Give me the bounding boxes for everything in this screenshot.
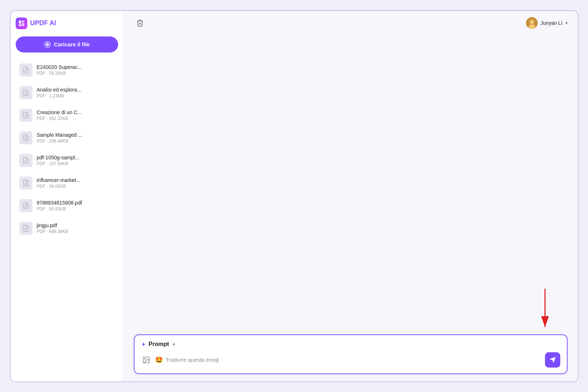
prompt-row: ✦ Prompt ▾ — [141, 341, 560, 348]
file-info: Creazione di un C... PDF · 162.32KB — [37, 109, 82, 121]
file-info: E240020 Superac... PDF · 58.28KB — [37, 64, 82, 76]
file-icon — [19, 131, 32, 144]
file-icon — [19, 154, 32, 167]
input-suggestion[interactable]: 🤩 Tradurre questa emoji — [155, 356, 541, 364]
file-name: 9788834815908.pdf — [37, 200, 82, 206]
sparkle-icon: ✦ — [141, 341, 146, 348]
svg-point-34 — [144, 358, 145, 359]
file-info: influencer-market... PDF · 36.05KB — [37, 177, 81, 189]
file-info: pdf-1050g-sampl... PDF · 157.99KB — [37, 155, 79, 166]
prompt-label: Prompt — [149, 341, 169, 348]
svg-rect-2 — [22, 23, 24, 26]
file-name: pdf-1050g-sampl... — [37, 155, 79, 160]
file-meta: PDF · 157.99KB — [37, 161, 79, 166]
file-icon — [19, 199, 32, 212]
svg-point-30 — [529, 24, 535, 29]
file-item[interactable]: E240020 Superac... PDF · 58.28KB — [16, 59, 118, 81]
suggestion-text: Tradurre questa emoji — [166, 357, 219, 363]
file-name: E240020 Superac... — [37, 64, 82, 70]
file-item[interactable]: pdf-1050g-sampl... PDF · 157.99KB — [16, 150, 118, 171]
svg-rect-0 — [19, 20, 21, 23]
file-list: E240020 Superac... PDF · 58.28KB Analisi… — [16, 59, 118, 239]
file-meta: PDF · 688.38KB — [37, 229, 69, 234]
main-header: Junyan Li ▾ — [124, 11, 578, 35]
file-item[interactable]: jingju.pdf PDF · 688.38KB — [16, 217, 118, 239]
file-meta: PDF · 36.05KB — [37, 184, 81, 189]
sidebar: UPDF AI + Caricare il file E240020 Super… — [11, 11, 124, 381]
file-meta: PDF · 60.93KB — [37, 206, 82, 211]
file-icon — [19, 86, 32, 99]
user-name: Junyan Li — [541, 20, 562, 26]
file-icon — [19, 63, 32, 77]
file-icon — [19, 109, 32, 122]
file-name: Analisi ed esplora... — [37, 87, 81, 93]
user-menu[interactable]: Junyan Li ▾ — [526, 17, 568, 29]
file-name: Creazione di un C... — [37, 109, 82, 115]
file-item[interactable]: 9788834815908.pdf PDF · 60.93KB — [16, 195, 118, 217]
image-attach-button[interactable] — [141, 355, 151, 365]
emoji-icon: 🤩 — [155, 356, 163, 364]
svg-rect-1 — [22, 20, 24, 22]
file-meta: PDF · 58.28KB — [37, 71, 82, 76]
file-item[interactable]: influencer-market... PDF · 36.05KB — [16, 172, 118, 194]
send-button[interactable] — [545, 352, 560, 368]
file-icon — [19, 222, 32, 235]
input-area: ✦ Prompt ▾ 🤩 Tradurre questa emoj — [134, 334, 568, 374]
file-info: Sample Managed ... PDF · 206.48KB — [37, 132, 82, 144]
app-logo: UPDF AI — [16, 18, 118, 29]
file-name: influencer-market... — [37, 177, 81, 183]
file-item[interactable]: Creazione di un C... PDF · 162.32KB — [16, 104, 118, 126]
input-row: 🤩 Tradurre questa emoji — [141, 352, 560, 368]
file-info: 9788834815908.pdf PDF · 60.93KB — [37, 200, 82, 211]
file-meta: PDF · 162.32KB — [37, 116, 82, 121]
file-item[interactable]: Sample Managed ... PDF · 206.48KB — [16, 127, 118, 149]
upload-button-label: Caricare il file — [54, 41, 90, 47]
avatar — [526, 17, 538, 29]
logo-icon — [16, 18, 27, 29]
svg-point-29 — [530, 20, 534, 24]
svg-rect-3 — [19, 24, 21, 26]
file-meta: PDF · 206.48KB — [37, 139, 82, 144]
prompt-dropdown-icon[interactable]: ▾ — [173, 342, 175, 347]
file-icon — [19, 176, 32, 190]
chevron-down-icon: ▾ — [565, 20, 568, 26]
file-name: Sample Managed ... — [37, 132, 82, 138]
annotation-arrow — [534, 289, 556, 334]
file-item[interactable]: Analisi ed esplora... PDF · 1.23MB — [16, 82, 118, 104]
main-area: Junyan Li ▾ ✦ Prompt — [124, 11, 578, 381]
file-info: Analisi ed esplora... PDF · 1.23MB — [37, 87, 81, 98]
upload-plus-icon: + — [44, 41, 51, 48]
upload-button[interactable]: + Caricare il file — [16, 36, 118, 53]
app-container: UPDF AI + Caricare il file E240020 Super… — [10, 10, 579, 382]
file-name: jingju.pdf — [37, 222, 69, 228]
file-info: jingju.pdf PDF · 688.38KB — [37, 222, 69, 234]
main-content: ✦ Prompt ▾ 🤩 Tradurre questa emoj — [124, 35, 578, 381]
file-meta: PDF · 1.23MB — [37, 93, 81, 98]
clear-button[interactable] — [134, 17, 146, 29]
logo-text: UPDF AI — [30, 19, 56, 27]
